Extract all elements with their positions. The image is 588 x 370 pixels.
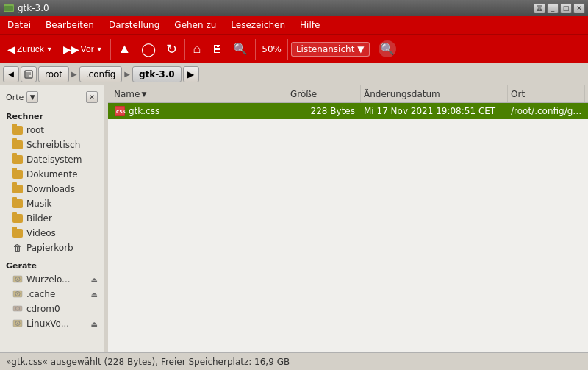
title-bar-left: gtk-3.0 <box>3 2 49 14</box>
gtk-css-icon: CSS <box>114 105 126 117</box>
menu-lesezeichen[interactable]: Lesezeichen <box>226 18 290 32</box>
folder-root-icon <box>12 124 24 136</box>
location-edit-button[interactable] <box>21 66 37 82</box>
drive-wurzelo-icon <box>12 274 24 285</box>
menu-darstellung[interactable]: Darstellung <box>104 18 164 32</box>
sidebar-dropdown-button[interactable]: ▼ <box>26 91 38 103</box>
svg-text:CSS: CSS <box>116 109 126 114</box>
home-icon: ⌂ <box>193 41 201 57</box>
sidebar-item-root[interactable]: root <box>0 123 104 138</box>
menu-hilfe[interactable]: Hilfe <box>295 18 324 32</box>
breadcrumb-root[interactable]: root <box>38 66 69 82</box>
search-button[interactable]: 🔍 <box>229 39 252 59</box>
separator-2 <box>184 39 185 60</box>
table-row[interactable]: CSS gtk.css 228 Bytes Mi 17 Nov 2021 19:… <box>108 103 588 119</box>
back-icon: ◀ <box>7 43 15 55</box>
section-geraete: Geräte <box>0 255 104 272</box>
close-button[interactable]: ✕ <box>573 3 585 13</box>
back-button[interactable]: ◀ Zurück ▼ <box>3 40 57 58</box>
eject-wurzelo-icon[interactable]: ⏏ <box>91 276 98 284</box>
sidebar-item-musik[interactable]: Musik <box>0 196 104 211</box>
svg-rect-2 <box>5 4 9 6</box>
sidebar-item-schreibtisch[interactable]: Schreibtisch <box>0 138 104 152</box>
sidebar-item-papierkorb-label: Papierkorb <box>26 243 74 253</box>
drive-linuxvo-icon <box>12 318 24 330</box>
sidebar-item-cache-label: .cache <box>26 289 55 299</box>
reload-button[interactable]: ↻ <box>162 38 182 60</box>
forward-button[interactable]: ▶▶ Vor ▼ <box>59 40 107 58</box>
svg-point-14 <box>17 293 18 295</box>
menu-bearbeiten[interactable]: Bearbeiten <box>41 18 98 32</box>
sidebar-item-dokumente[interactable]: Dokumente <box>0 167 104 182</box>
stop-icon: ◯ <box>141 41 156 57</box>
magnifier-icon: 🔍 <box>379 40 396 57</box>
home-button[interactable]: ⌂ <box>188 38 205 60</box>
sidebar-item-bilder[interactable]: Bilder <box>0 211 104 226</box>
sidebar-item-downloads[interactable]: Downloads <box>0 182 104 196</box>
breadcrumb-gtk3[interactable]: gtk-3.0 <box>132 66 182 82</box>
sidebar-header-left: Orte ▼ <box>6 91 38 103</box>
folder-bilder-icon <box>12 213 24 224</box>
location-prev-button[interactable]: ◀ <box>3 66 19 82</box>
sidebar-item-cache[interactable]: .cache ⏏ <box>0 287 104 302</box>
eject-cache-icon[interactable]: ⏏ <box>91 291 98 299</box>
section-rechner: Rechner <box>0 106 104 123</box>
breadcrumb-config[interactable]: .config <box>79 66 123 82</box>
title-bar: gtk-3.0 _ □ ✕ <box>0 0 588 16</box>
minimize-button[interactable]: _ <box>547 3 559 13</box>
sidebar-close-button[interactable]: ✕ <box>86 91 98 103</box>
file-name: gtk.css <box>129 106 159 116</box>
sidebar-item-dateisystem[interactable]: Dateisystem <box>0 152 104 167</box>
folder-musik-icon <box>12 198 24 210</box>
toolbar: ◀ Zurück ▼ ▶▶ Vor ▼ ▲ ◯ ↻ ⌂ 🖥 🔍 50% List… <box>0 34 588 63</box>
sort-arrow-icon: ▼ <box>141 90 146 98</box>
svg-rect-1 <box>4 6 13 11</box>
sidebar-item-linuxvo[interactable]: LinuxVo... ⏏ <box>0 316 104 331</box>
col-header-location[interactable]: Ort <box>508 85 585 102</box>
location-bar: ◀ root ▶ .config ▶ gtk-3.0 ▶ <box>0 63 588 85</box>
sidebar-item-wurzelo[interactable]: Wurzelo... ⏏ <box>0 272 104 287</box>
main-layout: Orte ▼ ✕ Rechner root Schreibtisch Datei… <box>0 85 588 352</box>
view-label: Listenansicht <box>296 44 354 54</box>
computer-icon: 🖥 <box>211 43 223 56</box>
folder-dokumente-icon <box>12 168 24 180</box>
menu-datei[interactable]: Datei <box>3 18 35 32</box>
sidebar-item-root-label: root <box>26 125 44 135</box>
sidebar-item-dokumente-label: Dokumente <box>26 169 78 179</box>
window-title: gtk-3.0 <box>18 3 49 13</box>
up-button[interactable]: ▲ <box>114 38 136 60</box>
view-dropdown-arrow: ▼ <box>357 44 364 54</box>
col-header-date[interactable]: Änderungsdatum <box>361 85 508 102</box>
sidebar-item-cdrom-label: cdrom0 <box>26 304 60 314</box>
forward-label: Vor <box>81 44 94 54</box>
breadcrumb-config-label: .config <box>86 69 116 79</box>
computer-button[interactable]: 🖥 <box>207 40 227 59</box>
sidebar-item-videos[interactable]: Videos <box>0 226 104 241</box>
sidebar-item-downloads-label: Downloads <box>26 184 75 194</box>
sidebar-item-bilder-label: Bilder <box>26 213 52 224</box>
magnifier-button[interactable]: 🔍 <box>374 38 401 60</box>
eject-linuxvo-icon[interactable]: ⏏ <box>91 320 98 328</box>
sidebar-item-linuxvo-label: LinuxVo... <box>26 319 69 329</box>
sidebar-item-videos-label: Videos <box>26 228 56 238</box>
drive-cache-icon <box>12 288 24 300</box>
sidebar-item-cdrom0[interactable]: cdrom0 <box>0 302 104 316</box>
folder-dateisystem-icon <box>12 154 24 166</box>
maximize-restore-button[interactable]: □ <box>560 3 572 13</box>
svg-point-19 <box>17 323 18 324</box>
view-dropdown[interactable]: Listenansicht ▼ <box>291 42 370 57</box>
col-header-size[interactable]: Größe <box>287 85 361 102</box>
sidebar-header: Orte ▼ ✕ <box>0 88 104 106</box>
back-dropdown-arrow: ▼ <box>46 46 53 53</box>
sidebar-header-label: Orte <box>6 93 24 102</box>
separator-1 <box>110 39 111 60</box>
menu-gehen-zu[interactable]: Gehen zu <box>170 18 220 32</box>
stop-button[interactable]: ◯ <box>137 38 160 60</box>
location-next-button[interactable]: ▶ <box>183 66 199 82</box>
col-header-name[interactable]: Name ▼ <box>111 85 287 102</box>
sidebar-item-papierkorb[interactable]: 🗑 Papierkorb <box>0 241 104 255</box>
maximize-button[interactable] <box>534 3 545 13</box>
sidebar-item-wurzelo-label: Wurzelo... <box>26 274 71 285</box>
title-bar-buttons[interactable]: _ □ ✕ <box>534 3 585 13</box>
search-icon: 🔍 <box>233 42 248 56</box>
